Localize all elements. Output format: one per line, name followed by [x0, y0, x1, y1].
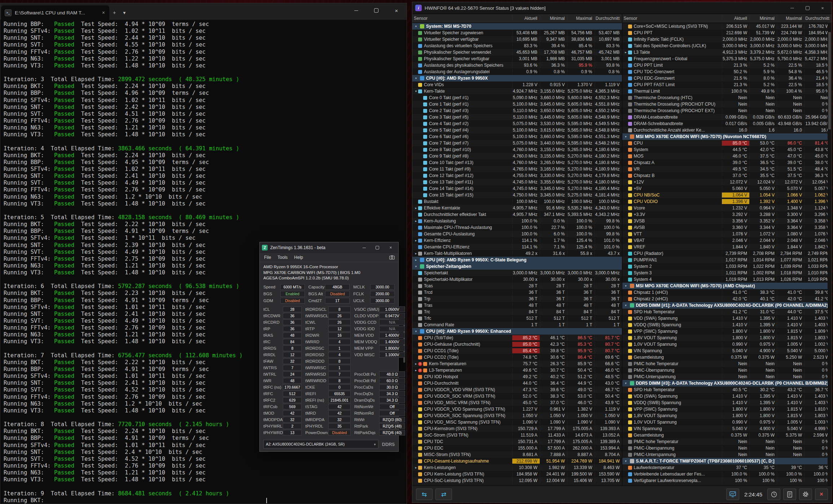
sensor-row[interactable]: Maximale CPU-/Thread-Auslastung100.0 %22…: [412, 224, 622, 231]
sensor-row[interactable]: Thermische Drosselung (PROCHOT CPU)NeinN…: [622, 101, 832, 107]
sensor-row[interactable]: CPU IOD Hotspot49.2 °C40.2 °C51.2 °C48.5…: [412, 373, 622, 380]
column-header-current[interactable]: Aktuell: [722, 16, 749, 21]
sensor-row[interactable]: Gesamtleistung0.375 W0.375 W5.375 W2.596…: [622, 432, 832, 438]
sensor-row[interactable]: Thermal Limit100.0 %49.8 %100.4 %95.0 %: [622, 88, 832, 94]
column-header-avg[interactable]: Durchschnitt: [804, 16, 832, 21]
column-header-current[interactable]: Aktuell: [512, 16, 540, 21]
chevron-icon[interactable]: ▸: [414, 258, 418, 262]
sensor-row[interactable]: Core 13 Takt (perf #11)4,745.0 MHz3,355.…: [412, 179, 622, 185]
menu-file[interactable]: File: [261, 254, 274, 261]
chevron-icon[interactable]: ▾: [624, 381, 628, 385]
scrollbar-thumb[interactable]: [828, 32, 831, 129]
sensor-row[interactable]: CPU TDC-Grenzwert50.2 %5.9 %54.8 %46.5 %: [622, 68, 832, 75]
sensor-row[interactable]: 1,0V VOUT Spannung0.990 V0.975 V1.005 V1…: [622, 341, 832, 348]
chevron-icon[interactable]: ▸: [414, 206, 418, 210]
sensor-row[interactable]: Core 15 Takt (perf #15)4,750.0 MHz3,345.…: [412, 192, 622, 198]
sensor-row[interactable]: CPU (Tctl/Tdie)85.2 °C46.1 °C86.5 °C81.7…: [412, 335, 622, 341]
sensor-row[interactable]: CPU-Kernstrom (SVI3 TFN)150.729 A17.799 …: [412, 425, 622, 432]
sensor-row[interactable]: CPU-Durchschnitt44.0 °C36.4 °C44.9 °C43.…: [412, 380, 622, 386]
sensor-row[interactable]: CPU TDC150.731 A17.799 A175.005 A139.389…: [412, 438, 622, 445]
chevron-icon[interactable]: ▾: [414, 265, 418, 268]
sensor-row[interactable]: VR49.5 °C34.5 °C51.5 °C48.4 °C: [622, 166, 832, 172]
sensor-row[interactable]: CPU EDC-Grenzwert21.5 %8.0 %36.4 %21.4 %: [622, 75, 832, 81]
sensor-row[interactable]: VDDQ (SWB) Spannung1.410 V1.395 V1.410 V…: [622, 399, 832, 406]
sensor-row[interactable]: VBAT2.046 V2.044 V2.048 V2.046 V: [622, 237, 832, 244]
sensor-row[interactable]: CPU-Gesamt-Leistungsaufnahme212.698 W51.…: [412, 458, 622, 464]
sensor-row[interactable]: CPU PPT Limit21.3 %5.2 %22.5 %18.5 %: [622, 62, 832, 68]
sensor-section-row[interactable]: ▾Speicher-Zeitangaben: [412, 263, 622, 270]
sensor-row[interactable]: System 41,019 RPM1,013 RPM1,026 RPM1,019…: [622, 276, 832, 283]
sensor-row[interactable]: Laufwerkstemperatur37 °C35 °C39 °C36 °C: [622, 464, 832, 471]
sensor-row[interactable]: MISC-Strom (SVI3 TFN)8.681 A7.888 A8.887…: [412, 451, 622, 458]
tab-dropdown-button[interactable]: ▾: [119, 5, 129, 20]
column-header-min[interactable]: Minimal: [749, 16, 777, 21]
sensor-row[interactable]: AVSB3.360 V3.344 V3.364 V3.358 V: [622, 224, 832, 231]
sensor-row[interactable]: CPU VDDCR_SOC VRM (SVI3 TFN)52.0 °C38.3 …: [412, 393, 622, 399]
sensor-row[interactable]: Trfc512 T512 T512 T512 T: [412, 315, 622, 322]
sensor-row[interactable]: ▸Kern-Takt-Multiplikatoren49.2 x31.6 x55…: [412, 250, 622, 257]
sensor-row[interactable]: DRAM-Schreibbandbreite0.017 GB/s0.005 GB…: [622, 120, 832, 127]
sensor-row[interactable]: ▸!Kern-Temperaturen75.7 °C26.3 °C85.9 °C…: [412, 361, 622, 367]
maximize-button[interactable]: [801, 4, 814, 12]
sensor-row[interactable]: Gesamte CPU-Auslastung100.0 %6.0 %100.0 …: [412, 231, 622, 237]
sensor-row[interactable]: CPU NB/SoC1.064 V1.054 V1.066 V1.062 V: [622, 192, 832, 198]
sensor-row[interactable]: ▸Effektive Kerntakte4,905.7 MHz91.6 MHz5…: [412, 205, 622, 211]
sensor-row[interactable]: Tras48 T48 T48 T48 T: [412, 302, 622, 309]
chevron-icon[interactable]: ▸: [414, 368, 418, 372]
sensor-row[interactable]: Gesamte CPU-Effizienz114.1 %7.1 %125.4 %…: [412, 244, 622, 250]
column-header-sensor[interactable]: Sensor: [624, 16, 722, 21]
sensor-row[interactable]: Speichertakt-Multiplikator30.00 x30.00 x…: [412, 276, 622, 283]
sensor-row[interactable]: VDD (SWA) Spannung1.410 V1.395 V1.410 V1…: [622, 393, 832, 399]
sensor-row[interactable]: System 31,011 RPM1,002 RPM1,018 RPM1,010…: [622, 270, 832, 276]
sensor-row[interactable]: Auslastung des virtuellen Speichers83.3 …: [412, 43, 622, 49]
sensor-row[interactable]: SPD Hub Temperatur40.5 °C30.2 °C43.2 °C3…: [622, 386, 832, 393]
sensor-row[interactable]: ▸Kern-Auslastung100.0 %0.0 %100.0 %99.8 …: [412, 218, 622, 224]
sensor-row[interactable]: Tcas28 T28 T28 T28 T: [412, 283, 622, 289]
sensor-row[interactable]: PMIC-ÜberspannungNeinNeinNein0 %: [622, 367, 832, 373]
sensor-row[interactable]: PMIC hohe TemperaturNeinNeinNein0 %: [622, 438, 832, 445]
sensor-row[interactable]: Core+SoC+MISC Leistung (SVI3 TFN)206.515…: [622, 23, 832, 30]
sensor-row[interactable]: VIN Spannung5.040 V4.900 V5.040 V4.999 V: [622, 425, 832, 432]
sensor-row[interactable]: Chipsatz A39.0 °C36.5 °C39.0 °C38.0 °C: [622, 159, 832, 166]
sensor-row[interactable]: Infinity Fabric Takt (FCLK)2,000.0 MHz2,…: [622, 36, 832, 43]
sensor-row[interactable]: Core 5 Takt (perf #4)5,100.0 MHz3,615.0 …: [412, 127, 622, 133]
sensor-row[interactable]: +3.3V3.292 V3.288 V3.300 V3.296 V: [622, 211, 832, 218]
close-button[interactable]: ×: [386, 3, 407, 18]
hwinfo-titlebar[interactable]: i HWiNFO® 64 v8.22-5670 Sensor Status [3…: [412, 2, 832, 14]
sensor-row[interactable]: CPU VDDCR_SOC Spannung (SVI3 TFN)1.050 V…: [412, 412, 622, 419]
sensor-row[interactable]: Core 7 Takt (perf #7)5,075.0 MHz3,440.0 …: [412, 140, 622, 146]
column-header-max[interactable]: Maximal: [777, 16, 804, 21]
sensor-row[interactable]: Gesamtleistung0.375 W0.375 W5.250 W2.523…: [622, 354, 832, 361]
chevron-icon[interactable]: ▾: [414, 89, 418, 93]
chevron-icon[interactable]: ▸: [414, 466, 418, 469]
menu-tools[interactable]: Tools: [275, 254, 290, 261]
terminal-tab[interactable]: >_ E:\Software\1 CPU und RAM T... ×: [1, 5, 109, 20]
new-tab-button[interactable]: +: [109, 5, 119, 20]
sensor-row[interactable]: PMIC-UnterspannungNeinNeinNein0 %: [622, 451, 832, 458]
chevron-icon[interactable]: ▾: [414, 76, 418, 80]
sensor-row[interactable]: VTT1.076 V1.072 V1.080 V1.076 V: [622, 231, 832, 237]
sensor-row[interactable]: CPU CCD2 (Tdie)74.8 °C30.6 °C86.4 °C69.6…: [412, 354, 622, 361]
sensor-row[interactable]: PUMPFAN11,017 RPM1,014 RPM1,077 RPM1,021…: [622, 257, 832, 263]
sensor-row[interactable]: ▾Kern-Takte4,924.7 MHz3,155.0 MHz5,575.0…: [412, 88, 622, 94]
close-button[interactable]: ×: [385, 243, 396, 252]
sensor-row[interactable]: PMIC hohe TemperaturNeinNeinNein0 %: [622, 361, 832, 367]
chevron-icon[interactable]: ▾: [624, 135, 628, 138]
sensor-row[interactable]: CPU VDD_MISC VRM (SVI3 TFN)45.0 °C37.0 °…: [412, 399, 622, 406]
sensor-row[interactable]: Chipsatz 1 (xHCI)41.0 °C38.3 °C41.0 °C39…: [622, 289, 832, 296]
sensor-row[interactable]: Frequenzgrenzwert - Global5,375.3 MHz5,3…: [622, 56, 832, 62]
sensor-row[interactable]: Core 1 Takt (perf #1)5,100.0 MHz3,645.0 …: [412, 101, 622, 107]
sensor-row[interactable]: SPD Hub Temperatur41.2 °C31.0 °C44.0 °C3…: [622, 309, 832, 315]
close-button[interactable]: ×: [816, 4, 829, 12]
minimize-button[interactable]: [359, 243, 369, 252]
sensor-section-row[interactable]: ▾DDR5 DIMM [#3]: A-DATA Technology AX5U8…: [622, 380, 832, 386]
settings-button[interactable]: [799, 488, 812, 500]
sensor-row[interactable]: Virtueller Speicher verfügbar10,695 MB9,…: [412, 36, 622, 43]
sensor-row[interactable]: Auslastung der Auslagerungsdatei0.9 %0.8…: [412, 68, 622, 75]
sensor-row[interactable]: Core 9 Takt (perf #8)4,760.0 MHz3,155.0 …: [412, 153, 622, 159]
chevron-icon[interactable]: ▾: [624, 459, 628, 463]
sensor-section-row[interactable]: ▾CPU [#0]: AMD Ryzen 9 9950X: Enhanced: [412, 328, 622, 335]
sensor-row[interactable]: ▸Kern-Leistungen10.308 W1.982 W13.339 W8…: [412, 464, 622, 471]
sensor-row[interactable]: PMIC-UnterspannungNeinNeinNein0 %: [622, 373, 832, 380]
sensor-section-row[interactable]: ▾MSI MPG X670E CARBON WIFI (MS-7D70) (Nu…: [622, 133, 832, 140]
